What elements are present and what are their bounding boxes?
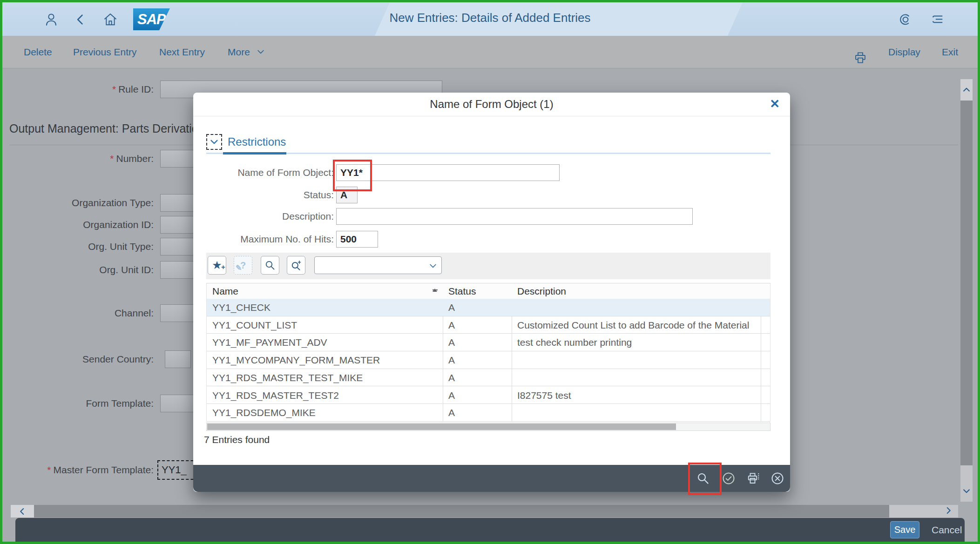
max-hits-input[interactable]: 500 <box>336 231 378 248</box>
table-horizontal-scrollbar[interactable] <box>206 423 770 431</box>
search-button[interactable] <box>261 256 279 275</box>
table-row[interactable]: YY1_CHECK A <box>207 299 770 316</box>
toolbar-display[interactable]: Display <box>888 36 920 68</box>
required-marker: * <box>110 153 114 164</box>
required-marker: * <box>112 84 116 94</box>
cell-status: A <box>448 369 455 386</box>
scrollbar-thumb[interactable] <box>34 505 889 517</box>
channel-label: Channel: <box>9 304 154 322</box>
cell-description: I827575 test <box>517 387 571 404</box>
toolbar-more[interactable]: More <box>228 36 265 68</box>
entries-found-text: 7 Entries found <box>204 434 270 445</box>
chevron-down-icon <box>962 486 971 496</box>
footer-print-button[interactable] <box>747 471 761 485</box>
footer-search-button[interactable] <box>696 471 710 485</box>
cell-status: A <box>448 351 455 369</box>
table-header-row: Name Status Description <box>207 283 770 299</box>
page-title: New Entries: Details of Added Entries <box>2 11 978 25</box>
cell-name: YY1_CHECK <box>212 299 270 316</box>
column-header-status[interactable]: Status <box>448 283 476 299</box>
table-row[interactable]: YY1_RDS_MASTER_TEST2 A I827575 test <box>207 387 770 404</box>
dialog-title-divider <box>193 116 790 116</box>
restrictions-label[interactable]: Restrictions <box>228 135 286 148</box>
chevron-left-icon <box>18 507 27 516</box>
table-row[interactable]: YY1_RDSDEMO_MIKE A <box>207 404 770 422</box>
value-help-hint-button: ?✎ <box>234 256 252 275</box>
search-plus-icon <box>290 259 302 271</box>
value-help-dialog: Name of Form Object (1) ✕ Restrictions N… <box>193 93 790 492</box>
footer-cancel-button[interactable] <box>770 471 784 485</box>
hand-question-icon: ?✎ <box>240 260 246 271</box>
scrollbar-thumb[interactable] <box>960 101 973 465</box>
org-unit-type-label: Org. Unit Type: <box>9 238 154 255</box>
toolbar-delete[interactable]: Delete <box>24 36 52 68</box>
search-icon <box>696 471 710 485</box>
form-template-label: Form Template: <box>9 395 154 412</box>
column-header-name[interactable]: Name <box>212 283 238 299</box>
scroll-left-button[interactable] <box>11 505 34 517</box>
toolbar-exit[interactable]: Exit <box>942 36 958 68</box>
table-row[interactable]: YY1_RDS_MASTER_TEST_MIKE A <box>207 369 770 387</box>
description-label: Description: <box>193 208 334 225</box>
chevron-right-icon <box>944 506 953 515</box>
footer-accept-button[interactable] <box>722 471 736 485</box>
cell-description: test check number printing <box>517 334 632 351</box>
cell-name: YY1_RDS_MASTER_TEST_MIKE <box>212 369 363 386</box>
options-menu-icon[interactable] <box>929 11 946 28</box>
column-header-description[interactable]: Description <box>517 283 566 299</box>
add-favorite-button[interactable]: ★+ <box>208 256 226 275</box>
cell-name: YY1_RDS_MASTER_TEST2 <box>212 387 339 404</box>
status-input[interactable]: A <box>336 187 358 203</box>
table-row[interactable]: YY1_COUNT_LIST A Customized Count List t… <box>207 316 770 334</box>
cell-status: A <box>448 404 455 421</box>
chevron-up-icon <box>962 85 971 94</box>
name-of-form-object-input[interactable]: YY1* <box>336 164 560 181</box>
star-plus-icon: ★+ <box>212 260 222 271</box>
restrictions-underline <box>206 153 770 154</box>
chevron-down-icon <box>428 261 438 270</box>
copilot-icon[interactable] <box>897 11 914 28</box>
extended-search-button[interactable] <box>287 256 305 275</box>
search-select-combobox[interactable] <box>314 256 442 274</box>
table-row[interactable]: YY1_MF_PAYMENT_ADV A test check number p… <box>207 334 770 351</box>
dialog-close-icon[interactable]: ✕ <box>770 97 780 111</box>
toolbar-more-label: More <box>228 47 250 57</box>
sender-country-input[interactable] <box>165 350 191 368</box>
scroll-down-button[interactable] <box>960 480 973 502</box>
cancel-button[interactable]: Cancel <box>932 521 962 538</box>
dialog-title: Name of Form Object (1) <box>193 98 790 111</box>
scroll-up-button[interactable] <box>960 79 973 101</box>
app-toolbar: Delete Previous Entry Next Entry More Di… <box>2 36 978 68</box>
number-label: *Number: <box>9 150 154 168</box>
scrollbar-thumb[interactable] <box>207 423 676 430</box>
scroll-right-button[interactable] <box>944 505 953 518</box>
restrictions-underline-accent <box>223 152 286 154</box>
cell-status: A <box>448 316 455 334</box>
horizontal-scrollbar[interactable] <box>11 505 958 517</box>
print-icon[interactable] <box>853 45 867 59</box>
status-label: Status: <box>193 187 334 203</box>
organization-id-label: Organization ID: <box>9 216 154 234</box>
sap-screen: SAP New Entries: Details of Added Entrie… <box>0 0 980 544</box>
toolbar-next-entry[interactable]: Next Entry <box>159 36 205 68</box>
cell-status: A <box>448 334 455 351</box>
cell-name: YY1_MYCOMPANY_FORM_MASTER <box>212 351 380 369</box>
shell-header: SAP New Entries: Details of Added Entrie… <box>2 2 978 36</box>
description-input[interactable] <box>336 208 693 225</box>
rule-id-label: *Rule ID: <box>9 81 154 98</box>
toolbar-previous-entry[interactable]: Previous Entry <box>73 36 137 68</box>
section-title: Output Management: Parts Derivation <box>9 122 205 135</box>
org-unit-id-label: Org. Unit ID: <box>9 261 154 279</box>
vertical-scrollbar[interactable] <box>960 79 973 502</box>
results-table: Name Status Description YY1_CHECK A YY1_… <box>206 283 770 422</box>
page-footer: Save Cancel <box>15 518 965 542</box>
chevron-down-icon <box>256 47 265 56</box>
cell-status: A <box>448 299 455 316</box>
table-row[interactable]: YY1_MYCOMPANY_FORM_MASTER A <box>207 351 770 369</box>
search-icon <box>264 260 276 271</box>
save-button[interactable]: Save <box>890 521 919 538</box>
cell-name: YY1_COUNT_LIST <box>212 316 297 334</box>
cell-status: A <box>448 387 455 404</box>
required-marker: * <box>47 464 51 475</box>
restrictions-collapse-toggle[interactable] <box>206 134 222 150</box>
